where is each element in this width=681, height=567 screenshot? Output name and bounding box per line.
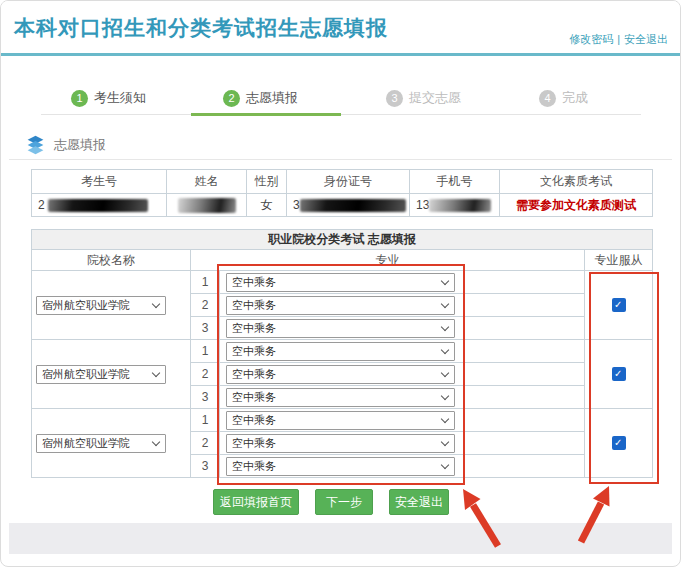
- header-exam-no: 考生号: [32, 170, 167, 194]
- masked-name: [178, 198, 236, 213]
- major-cell: 空中乘务: [220, 317, 585, 340]
- major-cell: 空中乘务: [220, 363, 585, 386]
- section-divider: [9, 159, 672, 160]
- step-4-label: 完成: [562, 89, 588, 107]
- step-1-label: 考生须知: [94, 89, 146, 107]
- active-step-underline: [191, 113, 341, 116]
- step-2-label: 志愿填报: [246, 89, 298, 107]
- volunteer-table-title-row: 职业院校分类考试 志愿填报: [32, 230, 653, 250]
- masked-exam-no: [48, 199, 148, 212]
- major-index: 2: [191, 294, 220, 317]
- major-cell: 空中乘务: [220, 271, 585, 294]
- major-select-2-3[interactable]: 空中乘务: [226, 388, 455, 407]
- obey-checkbox-2[interactable]: [612, 367, 626, 381]
- safe-logout-button[interactable]: 安全退出: [389, 489, 449, 515]
- step-3-indicator: 3: [386, 90, 403, 107]
- major-cell: 空中乘务: [220, 340, 585, 363]
- volunteer-table: 职业院校分类考试 志愿填报 院校名称 专业 专业服从 宿州航空职业学院 1 空中…: [31, 229, 653, 478]
- col-college: 院校名称: [32, 250, 191, 271]
- candidate-info-header-row: 考生号 姓名 性别 身份证号 手机号 文化素质考试: [32, 170, 653, 194]
- college-cell-2: 宿州航空职业学院: [32, 340, 191, 409]
- volunteer-table-title: 职业院校分类考试 志愿填报: [32, 230, 653, 250]
- college-cell-3: 宿州航空职业学院: [32, 409, 191, 478]
- col-obey: 专业服从: [585, 250, 653, 271]
- next-step-button[interactable]: 下一步: [315, 489, 373, 515]
- major-index: 3: [191, 455, 220, 478]
- major-select-3-1[interactable]: 空中乘务: [226, 411, 455, 430]
- step-2-indicator: 2: [223, 90, 240, 107]
- masked-id-no: [300, 199, 406, 212]
- phone-cell: 13: [410, 194, 500, 217]
- major-cell: 空中乘务: [220, 455, 585, 478]
- obey-cell-2: [585, 340, 653, 409]
- name-cell: [167, 194, 247, 217]
- step-1-candidate-notice: 1 考生须知: [71, 89, 146, 107]
- step-4-complete: 4 完成: [539, 89, 588, 107]
- major-select-3-2[interactable]: 空中乘务: [226, 434, 455, 453]
- college-select-2[interactable]: 宿州航空职业学院: [36, 365, 166, 384]
- table-row: 宿州航空职业学院 1 空中乘务: [32, 340, 653, 363]
- major-select-1-3[interactable]: 空中乘务: [226, 319, 455, 338]
- exam-no-cell: 2: [32, 194, 167, 217]
- candidate-info-row: 2 女 3 13 需要参加文化素质测试: [32, 194, 653, 217]
- obey-cell-3: [585, 409, 653, 478]
- college-select-1[interactable]: 宿州航空职业学院: [36, 296, 166, 315]
- major-index: 2: [191, 432, 220, 455]
- step-2-fill-volunteer: 2 志愿填报: [223, 89, 298, 107]
- step-3-submit-volunteer: 3 提交志愿: [386, 89, 461, 107]
- layers-icon: [25, 134, 46, 155]
- major-cell: 空中乘务: [220, 409, 585, 432]
- college-cell-1: 宿州航空职业学院: [32, 271, 191, 340]
- major-index: 1: [191, 340, 220, 363]
- id-no-cell: 3: [287, 194, 410, 217]
- candidate-info-table: 考生号 姓名 性别 身份证号 手机号 文化素质考试 2 女 3 13 需要参加文…: [31, 169, 653, 217]
- obey-cell-1: [585, 271, 653, 340]
- section-title: 志愿填报: [54, 136, 106, 154]
- change-password-link[interactable]: 修改密码: [569, 33, 613, 45]
- major-select-2-2[interactable]: 空中乘务: [226, 365, 455, 384]
- obey-checkbox-1[interactable]: [612, 298, 626, 312]
- page-header: 本科对口招生和分类考试招生志愿填报 修改密码|安全退出: [1, 1, 680, 56]
- back-to-home-button[interactable]: 返回填报首页: [213, 489, 299, 515]
- header-phone: 手机号: [410, 170, 500, 194]
- header-cultural-test: 文化素质考试: [500, 170, 653, 194]
- major-index: 2: [191, 363, 220, 386]
- logout-link[interactable]: 安全退出: [624, 33, 668, 45]
- major-cell: 空中乘务: [220, 432, 585, 455]
- section-header: 志愿填报: [25, 134, 106, 155]
- step-4-indicator: 4: [539, 90, 556, 107]
- phone-prefix: 13: [416, 198, 429, 212]
- major-index: 1: [191, 409, 220, 432]
- major-index: 3: [191, 317, 220, 340]
- table-row: 宿州航空职业学院 1 空中乘务: [32, 271, 653, 294]
- major-select-1-1[interactable]: 空中乘务: [226, 273, 455, 292]
- footer-bar: [9, 523, 672, 554]
- volunteer-table-header-row: 院校名称 专业 专业服从: [32, 250, 653, 271]
- link-divider: |: [617, 33, 620, 45]
- major-select-3-3[interactable]: 空中乘务: [226, 457, 455, 476]
- college-select-3[interactable]: 宿州航空职业学院: [36, 434, 166, 453]
- gender-cell: 女: [247, 194, 287, 217]
- volunteer-application-page: 本科对口招生和分类考试招生志愿填报 修改密码|安全退出 1 考生须知 2 志愿填…: [0, 0, 681, 567]
- major-cell: 空中乘务: [220, 294, 585, 317]
- major-select-2-1[interactable]: 空中乘务: [226, 342, 455, 361]
- cultural-test-status: 需要参加文化素质测试: [500, 194, 653, 217]
- step-3-label: 提交志愿: [409, 89, 461, 107]
- major-cell: 空中乘务: [220, 386, 585, 409]
- step-1-indicator: 1: [71, 90, 88, 107]
- major-select-1-2[interactable]: 空中乘务: [226, 296, 455, 315]
- id-no-prefix: 3: [293, 198, 300, 212]
- page-title: 本科对口招生和分类考试招生志愿填报: [14, 14, 388, 42]
- col-major: 专业: [191, 250, 585, 271]
- table-row: 宿州航空职业学院 1 空中乘务: [32, 409, 653, 432]
- exam-no-prefix: 2: [38, 198, 45, 212]
- obey-checkbox-3[interactable]: [612, 436, 626, 450]
- header-id-no: 身份证号: [287, 170, 410, 194]
- masked-phone: [429, 199, 491, 212]
- steps-divider-line: [41, 114, 641, 115]
- major-index: 3: [191, 386, 220, 409]
- header-links: 修改密码|安全退出: [569, 32, 668, 47]
- major-index: 1: [191, 271, 220, 294]
- header-gender: 性别: [247, 170, 287, 194]
- header-name: 姓名: [167, 170, 247, 194]
